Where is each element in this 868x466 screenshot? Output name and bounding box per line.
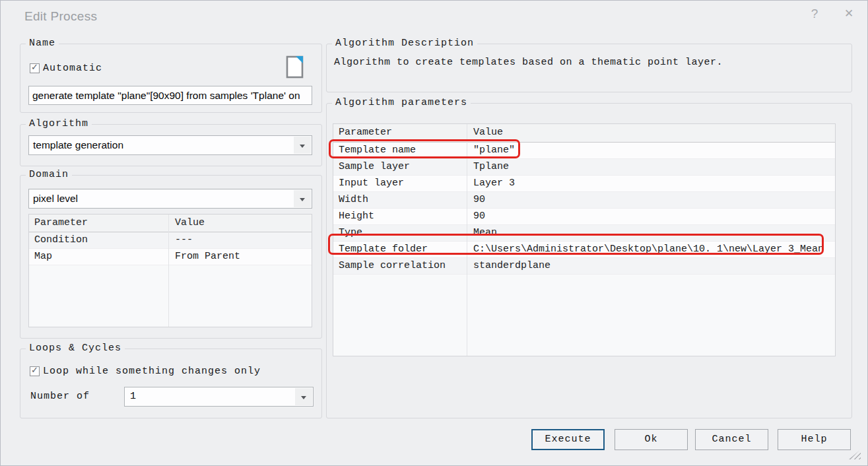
edit-process-dialog: Edit Process ? ✕ Name ✓ Automatic genera… xyxy=(0,0,868,466)
table-row[interactable]: MapFrom Parent xyxy=(29,249,312,265)
value-cell: 90 xyxy=(467,209,835,224)
process-name-input[interactable]: generate template "plane"[90x90] from sa… xyxy=(28,86,312,105)
column-header-value[interactable]: Value xyxy=(467,124,835,142)
automatic-checkbox[interactable]: ✓ xyxy=(30,63,40,73)
loop-while-changes-checkbox[interactable]: ✓ xyxy=(30,366,40,376)
chevron-down-icon xyxy=(301,396,306,399)
process-name-value: generate template "plane"[90x90] from sa… xyxy=(32,90,300,101)
checkmark-icon: ✓ xyxy=(31,62,38,72)
table-row[interactable]: Template name″plane″ xyxy=(333,143,835,159)
value-cell: ″plane″ xyxy=(467,143,835,158)
param-cell: Type xyxy=(333,225,467,241)
loop-while-changes-label: Loop while something changes only xyxy=(43,366,261,377)
table-row[interactable]: TypeMean xyxy=(333,225,835,242)
table-header-row: Parameter Value xyxy=(29,215,312,232)
chevron-down-icon xyxy=(300,198,305,201)
value-cell: --- xyxy=(168,232,312,248)
value-cell: Tplane xyxy=(467,159,835,175)
number-of-label: Number of xyxy=(30,391,90,402)
cancel-button[interactable]: Cancel xyxy=(695,429,768,450)
help-icon[interactable]: ? xyxy=(806,5,823,22)
resize-grip[interactable] xyxy=(849,449,861,459)
table-row[interactable]: Sample correlationstanderdplane xyxy=(333,258,835,275)
execute-button[interactable]: Execute xyxy=(531,429,605,450)
number-of-value: 1 xyxy=(129,387,136,406)
column-header-parameter[interactable]: Parameter xyxy=(29,215,168,232)
algorithm-parameters-group: Algorithm parameters Parameter Value Tem… xyxy=(326,103,852,418)
value-cell: C:\Users\Administrator\Desktop\plane\10.… xyxy=(467,242,835,257)
close-icon[interactable]: ✕ xyxy=(840,5,857,22)
name-group: Name ✓ Automatic generate template "plan… xyxy=(20,44,322,113)
table-row[interactable]: Sample layerTplane xyxy=(333,159,835,176)
value-cell: Mean xyxy=(467,225,835,241)
algorithm-description-group: Algorithm Description Algorithm to creat… xyxy=(326,44,852,92)
param-cell: Sample layer xyxy=(333,159,467,175)
loops-cycles-group: Loops & Cycles ✓ Loop while something ch… xyxy=(20,349,322,418)
ok-button[interactable]: Ok xyxy=(615,429,688,450)
loops-group-label: Loops & Cycles xyxy=(26,343,125,354)
column-header-parameter[interactable]: Parameter xyxy=(333,124,467,142)
algorithm-parameters-table: Parameter Value Template name″plane″Samp… xyxy=(333,123,836,356)
value-cell: Layer 3 xyxy=(467,176,835,191)
name-group-label: Name xyxy=(26,38,59,49)
table-row[interactable]: Template folderC:\Users\Administrator\De… xyxy=(333,242,835,258)
table-row[interactable]: Width90 xyxy=(333,192,835,209)
domain-selected-value: pixel level xyxy=(33,189,78,208)
param-cell: Map xyxy=(29,249,168,265)
table-row[interactable]: Height90 xyxy=(333,209,835,225)
value-cell: From Parent xyxy=(168,249,312,265)
algorithm-description-label: Algorithm Description xyxy=(332,38,477,49)
column-header-value[interactable]: Value xyxy=(168,215,312,232)
chevron-down-icon xyxy=(300,145,305,148)
algorithm-group-label: Algorithm xyxy=(26,119,92,129)
page-title: Edit Process xyxy=(24,9,97,24)
automatic-label: Automatic xyxy=(43,63,102,74)
param-cell: Height xyxy=(333,209,467,224)
algorithm-group: Algorithm template generation xyxy=(20,124,322,166)
param-cell: Condition xyxy=(29,232,168,248)
param-cell: Template folder xyxy=(333,242,467,257)
algorithm-select[interactable]: template generation xyxy=(28,135,312,155)
param-cell: Sample correlation xyxy=(333,258,467,274)
help-button[interactable]: Help xyxy=(778,429,851,450)
domain-group-label: Domain xyxy=(26,170,72,180)
param-cell: Template name xyxy=(333,143,467,158)
algorithm-selected-value: template generation xyxy=(33,136,123,154)
value-cell: standerdplane xyxy=(467,258,835,274)
domain-select[interactable]: pixel level xyxy=(28,189,312,209)
domain-group: Domain pixel level Parameter Value Condi… xyxy=(20,175,322,339)
param-cell: Input layer xyxy=(333,176,467,191)
algorithm-parameters-label: Algorithm parameters xyxy=(332,98,471,108)
table-header-row: Parameter Value xyxy=(333,124,835,143)
algorithm-description-text: Algorithm to create templates based on a… xyxy=(334,55,844,71)
table-row[interactable]: Condition--- xyxy=(29,232,312,249)
param-cell: Width xyxy=(333,192,467,208)
checkmark-icon: ✓ xyxy=(31,365,38,375)
table-row[interactable]: Input layerLayer 3 xyxy=(333,176,835,192)
value-cell: 90 xyxy=(467,192,835,208)
domain-parameter-table: Parameter Value Condition---MapFrom Pare… xyxy=(28,214,312,327)
number-of-select[interactable]: 1 xyxy=(124,387,314,407)
document-icon xyxy=(286,55,304,79)
